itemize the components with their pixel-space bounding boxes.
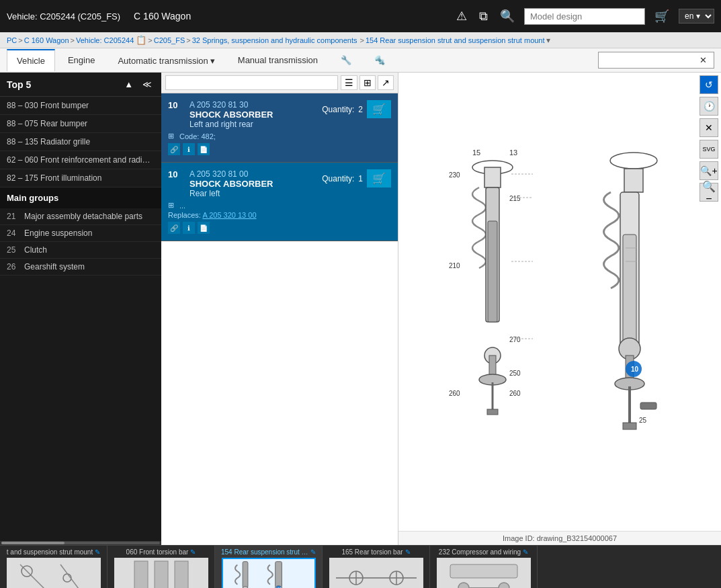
add-to-cart-btn-1[interactable]: 🛒: [367, 169, 391, 187]
top-bar: Vehicle: C205244 (C205_FS) C 160 Wagon ⚠…: [0, 0, 721, 32]
replaces-link-1[interactable]: A 205 320 13 00: [202, 211, 256, 219]
breadcrumb-154rear[interactable]: 154 Rear suspension strut and suspension…: [366, 36, 545, 44]
copy-icon-btn[interactable]: ⧉: [476, 8, 491, 25]
grid-icon-0: ⊞: [168, 132, 174, 140]
thumbnail-4[interactable]: 232 Compressor and wiring ✎: [430, 546, 538, 588]
part-id-1[interactable]: A 205 320 81 00: [189, 169, 322, 179]
svg-rect-44: [155, 561, 168, 588]
parts-list: 10 A 205 320 81 30 SHOCK ABSORBER Left a…: [161, 93, 398, 545]
breadcrumb-dropdown-icon[interactable]: ▾: [546, 36, 550, 45]
search-icon-btn[interactable]: 🔍: [497, 7, 517, 25]
diag-tool-zoom-in[interactable]: 🔍+: [699, 161, 718, 180]
breadcrumb-vehicle[interactable]: Vehicle: C205244 📋: [76, 35, 146, 45]
warning-icon-btn[interactable]: ⚠: [454, 7, 470, 25]
top5-label: Top 5: [7, 79, 31, 90]
thumb-edit-icon-3[interactable]: ✎: [405, 548, 411, 556]
part-icon-info-0[interactable]: ℹ: [183, 143, 195, 155]
thumb-img-3: [329, 558, 423, 588]
export-btn[interactable]: ↗: [378, 75, 394, 90]
center-toolbar-icons: ☰ ⊞ ↗: [341, 75, 394, 90]
sidebar-item-2[interactable]: 88 – 135 Radiator grille: [0, 133, 161, 151]
toolbar-right: ✕: [598, 52, 714, 69]
svg-rect-28: [623, 423, 636, 429]
svg-rect-10: [487, 409, 498, 415]
grid-view-btn[interactable]: ⊞: [359, 75, 376, 90]
tab-manual-transmission[interactable]: Manual transmission: [228, 49, 328, 71]
thumb-edit-icon-4[interactable]: ✎: [523, 548, 528, 556]
sidebar-scrollbar[interactable]: [0, 541, 161, 545]
tab-vehicle[interactable]: Vehicle: [7, 49, 55, 71]
thumbnail-2[interactable]: 154 Rear suspension strut and suspension…: [215, 546, 323, 588]
svg-rect-47: [243, 562, 248, 588]
thumbnail-3[interactable]: 165 Rear torsion bar ✎: [323, 546, 430, 588]
part-qty-0: Quantity: 2 🛒: [322, 100, 391, 118]
diagram-right-tools: ↺ 🕐 ✕ SVG 🔍+ 🔍−: [697, 73, 721, 204]
sidebar-item-4[interactable]: 82 – 175 Front illumination: [0, 169, 161, 187]
breadcrumb-pc[interactable]: PC: [7, 36, 17, 44]
thumb-img-1: [114, 558, 208, 588]
page-title: C 160 Wagon: [134, 11, 191, 22]
replaces-label-1: Replaces: A 205 320 13 00: [168, 211, 391, 219]
part-id-0[interactable]: A 205 320 81 30: [189, 100, 322, 110]
sidebar-group-0[interactable]: 21 Major assembly detachable parts: [0, 208, 161, 225]
sidebar-item-3[interactable]: 62 – 060 Front reinforcement and radi…: [0, 151, 161, 169]
svg-text:260: 260: [509, 390, 521, 397]
thumb-label-4: 232 Compressor and wiring ✎: [439, 548, 528, 556]
sidebar-group-2[interactable]: 25 Clutch: [0, 242, 161, 259]
thumb-label-0: t and suspension strut mount ✎: [7, 548, 100, 556]
part-icon-link-0[interactable]: 🔗: [168, 143, 180, 155]
svg-rect-37: [7, 558, 101, 588]
sidebar-group-3[interactable]: 26 Gearshift system: [0, 259, 161, 276]
cart-icon-btn[interactable]: 🛒: [652, 7, 672, 25]
thumb-edit-icon-2[interactable]: ✎: [310, 548, 316, 556]
part-desc-1: Rear left: [189, 189, 322, 198]
sidebar-expand-btn[interactable]: ≪: [140, 78, 155, 91]
diag-tool-zoom-out[interactable]: 🔍−: [699, 183, 718, 202]
group-num-0: 21: [7, 212, 20, 221]
thumb-label-3: 165 Rear torsion bar ✎: [341, 548, 410, 556]
thumb-img-4: [437, 558, 531, 588]
add-to-cart-btn-0[interactable]: 🛒: [367, 100, 391, 118]
model-search-input[interactable]: [524, 8, 645, 25]
tab-wrench[interactable]: 🔧: [331, 49, 362, 71]
search-submit-btn[interactable]: ✕: [697, 54, 710, 67]
part-icons-1: 🔗 ℹ 📄: [168, 222, 391, 234]
thumb-edit-icon-1[interactable]: ✎: [190, 548, 196, 556]
diag-tool-history[interactable]: 🕐: [699, 97, 718, 116]
part-icons-0: 🔗 ℹ 📄: [168, 143, 391, 155]
tab-automatic-transmission[interactable]: Automatic transmission ▾: [108, 49, 224, 71]
parts-search-input[interactable]: [165, 75, 338, 90]
tab-engine[interactable]: Engine: [58, 49, 105, 71]
sidebar-item-1[interactable]: 88 – 075 Rear bumper: [0, 115, 161, 133]
thumb-edit-icon-0[interactable]: ✎: [95, 548, 100, 556]
svg-rect-5: [488, 221, 497, 322]
breadcrumb-c160[interactable]: C 160 Wagon: [24, 36, 69, 44]
sidebar-item-0[interactable]: 88 – 030 Front bumper: [0, 97, 161, 115]
qty-label-1: Quantity:: [322, 174, 354, 183]
part-icon-link-1[interactable]: 🔗: [168, 222, 180, 234]
svg-text:210: 210: [449, 262, 460, 269]
thumbnail-1[interactable]: 060 Front torsion bar ✎: [108, 546, 215, 588]
diag-tool-rotate[interactable]: ↺: [699, 75, 718, 94]
thumbnail-0[interactable]: t and suspension strut mount ✎: [0, 546, 108, 588]
part-name-1: SHOCK ABSORBER: [189, 179, 322, 189]
language-select[interactable]: en ▾ de: [679, 9, 714, 24]
part-name-0: SHOCK ABSORBER: [189, 110, 322, 120]
diag-tool-svg[interactable]: SVG: [699, 140, 718, 159]
image-id-bar: Image ID: drawing_B32154000067: [398, 531, 721, 545]
top-bar-left: Vehicle: C205244 (C205_FS) C 160 Wagon: [7, 11, 191, 22]
list-view-btn[interactable]: ☰: [341, 75, 357, 90]
part-icon-doc-0[interactable]: 📄: [198, 143, 210, 155]
tab-bolt[interactable]: 🔩: [364, 49, 395, 71]
breadcrumb-32springs[interactable]: 32 Springs, suspension and hydraulic com…: [192, 36, 357, 44]
search-input[interactable]: [603, 56, 697, 65]
group-label-2: Clutch: [24, 245, 47, 255]
diag-tool-cross[interactable]: ✕: [699, 118, 718, 137]
sidebar-collapse-btn[interactable]: ▲: [122, 78, 136, 91]
part-icon-info-1[interactable]: ℹ: [183, 222, 195, 234]
part-meta-0: ⊞ Code: 482;: [168, 132, 391, 140]
sidebar-group-1[interactable]: 24 Engine suspension: [0, 225, 161, 242]
breadcrumb-c205fs[interactable]: C205_FS: [154, 36, 185, 44]
part-icon-doc-1[interactable]: 📄: [198, 222, 210, 234]
toolbar-left: Vehicle Engine Automatic transmission ▾ …: [7, 49, 396, 71]
